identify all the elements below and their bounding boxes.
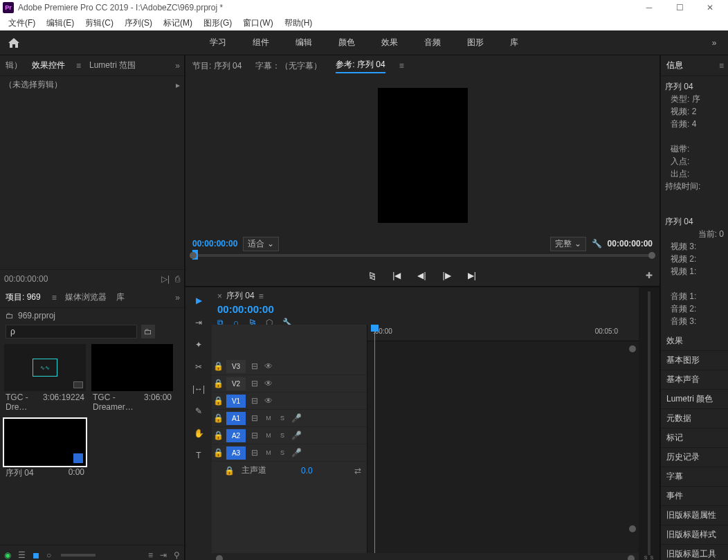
close-button[interactable]: ✕	[695, 0, 725, 15]
program-timecode-in[interactable]: 00:00:00:00	[192, 239, 237, 249]
lock-icon[interactable]: 🔒	[212, 448, 224, 458]
panel-metadata[interactable]: 元数据	[661, 409, 728, 428]
track-label[interactable]: V3	[226, 360, 246, 373]
tabs-overflow-icon[interactable]: »	[175, 293, 180, 302]
close-sequence-button[interactable]: ×	[217, 291, 222, 301]
workspace-effects[interactable]: 效果	[379, 33, 401, 53]
menu-edit[interactable]: 编辑(E)	[41, 15, 80, 30]
vscroll-handle[interactable]	[629, 525, 636, 532]
tab-source-clip[interactable]: 辑）	[4, 58, 24, 73]
track-header-a1[interactable]: 🔒A1⊟MS🎤	[212, 410, 367, 427]
project-search-input[interactable]	[6, 325, 137, 338]
track-header-v3[interactable]: 🔒V3⊟👁	[212, 358, 367, 375]
workspace-overflow[interactable]: »	[700, 38, 728, 48]
razor-tool[interactable]: ✂	[195, 362, 202, 372]
track-select-tool[interactable]: ⇥	[195, 318, 202, 327]
panel-captions[interactable]: 字幕	[661, 467, 728, 487]
tab-media-browser[interactable]: 媒体浏览器	[64, 290, 108, 305]
panel-menu-icon[interactable]: ≡	[259, 291, 264, 301]
type-tool[interactable]: T	[196, 451, 201, 460]
tab-lumetri-scopes[interactable]: Lumetri 范围	[88, 58, 137, 73]
track-header-v1[interactable]: 🔒V1⊟👁	[212, 392, 367, 410]
voiceover-icon[interactable]: 🎤	[289, 431, 303, 440]
track-label[interactable]: V1	[226, 395, 246, 408]
track-label[interactable]: A1	[226, 412, 246, 425]
selection-tool[interactable]: ▶	[196, 296, 202, 305]
panel-history[interactable]: 历史记录	[661, 448, 728, 467]
slip-tool[interactable]: |↔|	[192, 384, 205, 394]
go-to-out-button[interactable]: ▶|	[468, 271, 476, 280]
tab-captions[interactable]: 字幕：（无字幕）	[255, 60, 322, 72]
zoom-handle-left[interactable]	[216, 555, 223, 560]
export-frame-icon[interactable]: ⎙	[175, 274, 180, 284]
master-track[interactable]: 🔒主声道0.0⇄	[212, 462, 367, 479]
button-editor[interactable]: ✚	[646, 271, 653, 280]
vscroll-handle[interactable]	[629, 345, 636, 352]
menu-graphics[interactable]: 图形(G)	[198, 15, 237, 30]
menu-window[interactable]: 窗口(W)	[237, 15, 278, 30]
project-clip[interactable]: TGC - Dreamer…3:06:00	[91, 344, 173, 413]
thumbnail-size-slider[interactable]	[61, 554, 95, 557]
workspace-graphics[interactable]: 图形	[464, 33, 486, 53]
track-label[interactable]: A3	[226, 446, 246, 460]
track-header-a2[interactable]: 🔒A2⊟MS🎤	[212, 427, 367, 444]
toggle-eye-icon[interactable]: 👁	[262, 379, 275, 388]
lock-icon[interactable]: 🔒	[212, 379, 224, 388]
pen-tool[interactable]: ✎	[195, 406, 202, 416]
writable-toggle-icon[interactable]: ◉	[4, 550, 11, 560]
minimize-button[interactable]: ─	[634, 0, 664, 15]
program-scrubber[interactable]	[192, 254, 653, 257]
panel-events[interactable]: 事件	[661, 487, 728, 506]
zoom-handle-left[interactable]	[190, 252, 197, 259]
project-sequence[interactable]: 序列 040:00	[4, 419, 86, 480]
step-back-button[interactable]: ◀|	[417, 271, 426, 280]
panel-markers[interactable]: 标记	[661, 428, 728, 448]
tab-info[interactable]: 信息	[665, 58, 684, 73]
menu-marker[interactable]: 标记(M)	[158, 15, 198, 30]
toggle-output-icon[interactable]: ⊟	[248, 413, 262, 423]
tab-program[interactable]: 节目: 序列 04	[192, 60, 242, 72]
panel-menu-icon[interactable]: ≡	[52, 293, 57, 302]
solo-button[interactable]: S	[275, 432, 289, 439]
automate-icon[interactable]: ⇥	[160, 550, 167, 560]
bin-icon[interactable]: 🗀	[6, 311, 14, 320]
zoom-dropdown[interactable]: 适合⌄	[243, 237, 279, 251]
program-timecode-out[interactable]: 00:00:00:00	[608, 239, 653, 249]
tab-effect-controls[interactable]: 效果控件	[30, 58, 66, 73]
list-view-icon[interactable]: ☰	[18, 550, 26, 560]
go-to-in-button[interactable]: |◀	[392, 271, 401, 280]
workspace-color[interactable]: 颜色	[336, 33, 358, 53]
tabs-overflow-icon[interactable]: »	[175, 61, 180, 71]
panel-legacy-title-tools[interactable]: 旧版标题工具	[661, 545, 728, 560]
tab-reference[interactable]: 参考: 序列 04	[336, 59, 385, 73]
toggle-output-icon[interactable]: ⊟	[248, 379, 262, 388]
lock-icon[interactable]: 🔒	[212, 413, 224, 423]
ripple-edit-tool[interactable]: ✦	[195, 340, 202, 350]
project-clip[interactable]: ∿∿ TGC - Dre…3:06:19224	[4, 344, 86, 413]
voiceover-icon[interactable]: 🎤	[289, 413, 303, 423]
panel-legacy-title-styles[interactable]: 旧版标题样式	[661, 525, 728, 545]
panel-menu-icon[interactable]: ≡	[399, 61, 404, 71]
panel-effects[interactable]: 效果	[661, 332, 728, 351]
track-header-a3[interactable]: 🔒A3⊟MS🎤	[212, 444, 367, 462]
toggle-eye-icon[interactable]: 👁	[262, 361, 275, 371]
panel-menu-icon[interactable]: ≡	[76, 61, 81, 71]
zoom-handle-right[interactable]	[628, 555, 635, 560]
toggle-output-icon[interactable]: ⊟	[248, 361, 262, 371]
menu-sequence[interactable]: 序列(S)	[119, 15, 158, 30]
maximize-button[interactable]: ☐	[664, 0, 695, 15]
workspace-assembly[interactable]: 组件	[250, 33, 272, 53]
toggle-output-icon[interactable]: ⊟	[248, 396, 262, 406]
toggle-icon[interactable]: ⇄	[354, 466, 361, 476]
toggle-eye-icon[interactable]: 👁	[262, 396, 275, 406]
toggle-output-icon[interactable]: ⊟	[248, 448, 262, 458]
tab-libraries[interactable]: 库	[115, 290, 126, 305]
play-button[interactable]: |▶	[443, 271, 451, 280]
hand-tool[interactable]: ✋	[194, 428, 204, 438]
play-only-audio-icon[interactable]: ▷|	[161, 274, 170, 284]
solo-button[interactable]: S	[275, 415, 289, 422]
menu-file[interactable]: 文件(F)	[3, 15, 41, 30]
track-label[interactable]: A2	[226, 429, 246, 442]
solo-indicator[interactable]: S S	[644, 555, 654, 560]
home-button[interactable]	[0, 30, 28, 55]
